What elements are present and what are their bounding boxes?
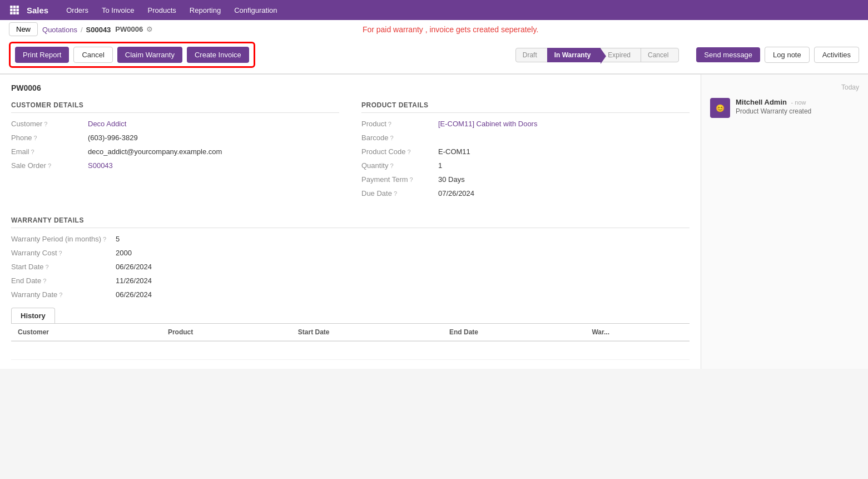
chatter-time: - now [791,99,806,106]
warranty-date-help-icon[interactable]: ? [59,292,62,298]
phone-help-icon[interactable]: ? [34,135,37,141]
warranty-details-section: WARRANTY DETAILS Warranty Period (in mon… [11,216,690,299]
send-message-button[interactable]: Send message [696,47,760,62]
customer-value[interactable]: Deco Addict [88,120,126,128]
warranty-period-field: Warranty Period (in months) ? 5 [11,235,690,243]
quantity-field: Quantity ? 1 [361,161,690,170]
email-help-icon[interactable]: ? [31,149,34,155]
start-date-value: 06/26/2024 [116,263,152,271]
details-columns: CUSTOMER DETAILS Customer ? Deco Addict … [11,101,690,203]
email-value: deco_addict@yourcompany.example.com [88,147,222,156]
due-date-label: Due Date ? [361,189,434,197]
product-value[interactable]: [E-COM11] Cabinet with Doors [438,120,537,128]
payment-term-label: Payment Term ? [361,175,434,184]
svg-rect-6 [10,12,13,14]
breadcrumb-quotations[interactable]: Quotations [42,26,77,34]
history-table: Customer Product Start Date End Date War… [11,324,690,360]
product-section-title: PRODUCT DETAILS [361,101,690,113]
history-col-product: Product [161,324,291,341]
breadcrumb-separator: / [81,26,83,34]
quantity-help-icon[interactable]: ? [390,162,393,169]
warranty-period-label: Warranty Period (in months) ? [11,235,111,243]
end-date-help-icon[interactable]: ? [43,278,46,284]
payment-term-value: 30 Days [438,175,465,184]
sub-header: New Quotations / S00043 PW0006 ⚙ For pai… [0,20,868,38]
main-content: PW0006 CUSTOMER DETAILS Customer ? Deco … [0,75,868,369]
nav-to-invoice[interactable]: To Invoice [95,0,141,20]
table-row [11,341,690,360]
gear-icon[interactable]: ⚙ [146,25,153,33]
warranty-section-title: WARRANTY DETAILS [11,216,690,228]
due-date-help-icon[interactable]: ? [394,190,397,197]
status-in-warranty[interactable]: In Warranty [547,48,602,62]
svg-rect-2 [16,6,19,8]
barcode-field: Barcode ? [361,134,690,142]
nav-configuration[interactable]: Configuration [227,0,284,20]
customer-details-section: CUSTOMER DETAILS Customer ? Deco Addict … [11,101,339,203]
customer-label: Customer ? [11,120,83,128]
status-cancel[interactable]: Cancel [641,48,679,62]
payment-term-help-icon[interactable]: ? [410,176,413,183]
product-details-section: PRODUCT DETAILS Product ? [E-COM11] Cabi… [361,101,690,203]
warranty-period-help-icon[interactable]: ? [103,236,106,243]
avatar: 😊 [710,98,730,118]
highlighted-actions: Print Report Cancel Claim Warranty Creat… [9,42,255,68]
warranty-date-field: Warranty Date ? 06/26/2024 [11,290,690,299]
svg-rect-8 [16,12,19,14]
cancel-button[interactable]: Cancel [73,47,112,63]
app-name[interactable]: Sales [27,6,48,15]
end-date-field: End Date ? 11/26/2024 [11,276,690,285]
customer-section-title: CUSTOMER DETAILS [11,101,339,113]
claim-warranty-button[interactable]: Claim Warranty [117,47,182,63]
payment-term-field: Payment Term ? 30 Days [361,175,690,184]
barcode-help-icon[interactable]: ? [390,135,393,141]
phone-value: (603)-996-3829 [88,134,138,142]
record-code-header: PW0006 [115,25,143,33]
phone-field: Phone ? (603)-996-3829 [11,134,339,142]
create-invoice-button[interactable]: Create Invoice [187,47,249,63]
print-report-button[interactable]: Print Report [15,47,69,63]
phone-label: Phone ? [11,134,83,142]
record-id: PW0006 [11,83,690,92]
warranty-period-value: 5 [116,235,120,243]
email-field: Email ? deco_addict@yourcompany.example.… [11,147,339,156]
status-draft[interactable]: Draft [515,48,548,62]
product-help-icon[interactable]: ? [388,121,391,127]
sale-order-value[interactable]: S00043 [88,161,113,170]
activities-button[interactable]: Activities [814,47,859,63]
product-code-field: Product Code ? E-COM11 [361,147,690,156]
start-date-help-icon[interactable]: ? [46,264,49,270]
status-bar: Draft In Warranty Expired Cancel [515,48,679,62]
warranty-cost-field: Warranty Cost ? 2000 [11,249,690,257]
product-code-label: Product Code ? [361,147,434,156]
chatter-author: Mitchell Admin [736,98,787,106]
new-button[interactable]: New [9,22,38,36]
warranty-cost-value: 2000 [116,249,132,257]
nav-products[interactable]: Products [141,0,182,20]
warranty-date-label: Warranty Date ? [11,290,111,299]
svg-rect-0 [10,6,13,8]
form-area: PW0006 CUSTOMER DETAILS Customer ? Deco … [0,75,701,369]
tab-history[interactable]: History [11,308,55,323]
customer-help-icon[interactable]: ? [44,121,47,127]
app-grid-icon[interactable] [7,2,22,18]
email-label: Email ? [11,147,83,156]
breadcrumb: Quotations / S00043 [42,23,111,35]
nav-reporting[interactable]: Reporting [183,0,227,20]
status-expired[interactable]: Expired [601,48,641,62]
warranty-date-value: 06/26/2024 [116,290,152,299]
product-code-help-icon[interactable]: ? [408,149,411,155]
nav-orders[interactable]: Orders [59,0,95,20]
product-label: Product ? [361,120,434,128]
barcode-label: Barcode ? [361,134,434,142]
warranty-cost-help-icon[interactable]: ? [59,250,62,256]
history-col-end-date: End Date [443,324,585,341]
chatter-message: 😊 Mitchell Admin - now Product Warranty … [710,98,859,118]
log-note-button[interactable]: Log note [765,47,810,63]
sale-order-field: Sale Order ? S00043 [11,161,339,170]
sale-order-help-icon[interactable]: ? [48,162,51,169]
due-date-value: 07/26/2024 [438,189,474,197]
svg-rect-5 [16,9,19,12]
customer-field: Customer ? Deco Addict [11,120,339,128]
warranty-cost-label: Warranty Cost ? [11,249,111,257]
